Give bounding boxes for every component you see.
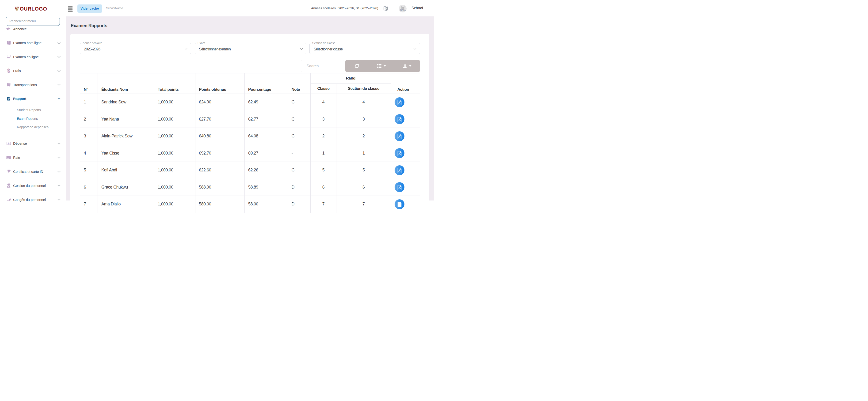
- svg-text:1: 1: [8, 142, 9, 145]
- svg-text:え: え: [384, 7, 386, 9]
- svg-text:A: A: [386, 7, 388, 10]
